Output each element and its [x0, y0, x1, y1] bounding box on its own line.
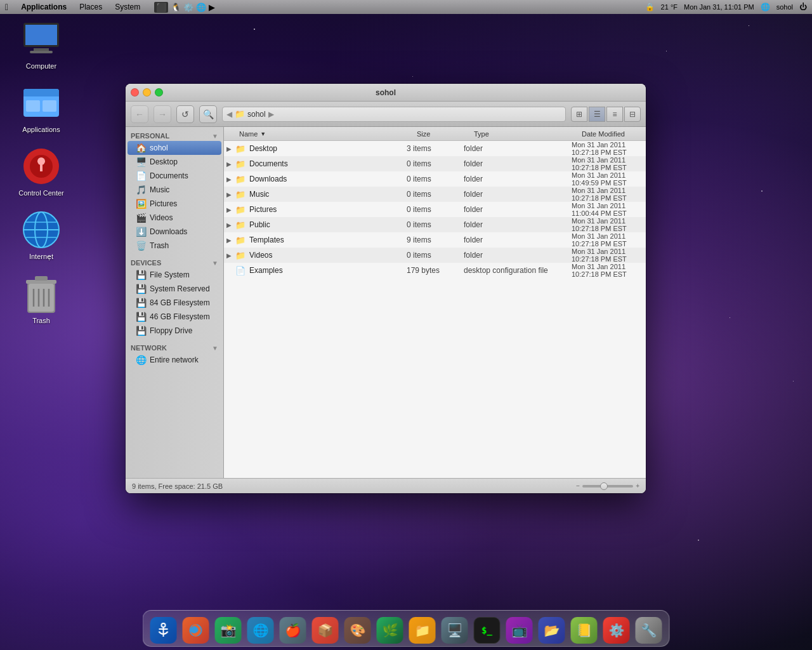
- sidebar-item-pictures[interactable]: 🖼️ Pictures: [126, 197, 223, 211]
- zoom-minus-icon[interactable]: −: [576, 482, 580, 489]
- breadcrumb-right-arrow[interactable]: ▶: [268, 110, 274, 119]
- file-date-public: Mon 31 Jan 2011 10:27:18 PM EST: [572, 217, 643, 232]
- menubar-settings-icon[interactable]: ⚙️: [183, 3, 193, 12]
- menu-places[interactable]: Places: [77, 3, 105, 11]
- file-row-public[interactable]: ▶ 📁 Public 0 items folder Mon 31 Jan 201…: [224, 217, 646, 232]
- sidebar-item-downloads[interactable]: ⬇️ Downloads: [126, 225, 223, 239]
- col-header-name[interactable]: Name ▼: [235, 130, 413, 138]
- sidebar-item-floppy[interactable]: 💾 Floppy Drive: [126, 324, 223, 338]
- window-title: sohol: [376, 88, 396, 97]
- network-collapse-button[interactable]: ▼: [212, 345, 218, 352]
- window-minimize-button[interactable]: [143, 88, 151, 96]
- expand-documents[interactable]: ▶: [226, 161, 235, 168]
- trash-label: Trash: [32, 317, 50, 324]
- sidebar-item-filesystem[interactable]: 💾 File System: [126, 268, 223, 282]
- menubar-power-icon[interactable]: ⏻: [799, 3, 807, 11]
- devices-collapse-button[interactable]: ▼: [212, 260, 218, 267]
- view-compact-button[interactable]: ≡: [606, 107, 623, 122]
- breadcrumb-bar[interactable]: ◀ 📁 sohol ▶: [222, 107, 566, 122]
- dock-item-terminal[interactable]: $_: [472, 613, 502, 644]
- desktop-icon-computer[interactable]: Computer: [13, 19, 70, 70]
- view-tree-button[interactable]: ⊟: [624, 107, 641, 122]
- window-close-button[interactable]: [131, 88, 139, 96]
- file-row-documents[interactable]: ▶ 📁 Documents 0 items folder Mon 31 Jan …: [224, 156, 646, 171]
- col-header-size[interactable]: Size: [413, 130, 470, 138]
- col-header-date[interactable]: Date Modified: [578, 130, 643, 138]
- dock-item-firefox[interactable]: [181, 613, 211, 644]
- internet-icon-img: [21, 209, 62, 250]
- menubar-user[interactable]: sohol: [776, 3, 793, 11]
- desktop-icon-internet[interactable]: Internẹt: [13, 209, 70, 261]
- zoom-slider[interactable]: − +: [576, 482, 639, 489]
- view-list-button[interactable]: ☰: [589, 107, 605, 122]
- expand-public[interactable]: ▶: [226, 222, 235, 229]
- sidebar-item-84gb[interactable]: 💾 84 GB Filesystem: [126, 296, 223, 310]
- window-maximize-button[interactable]: [155, 88, 163, 96]
- file-size-downloads: 0 items: [407, 175, 464, 183]
- file-date-examples: Mon 31 Jan 2011 10:27:18 PM EST: [572, 263, 643, 278]
- expand-pictures[interactable]: ▶: [226, 206, 235, 213]
- desktop-icon-applications[interactable]: Applications: [13, 83, 70, 133]
- desktop-icon-trash[interactable]: Trash: [13, 274, 70, 324]
- dock-item-gimp[interactable]: 🎨: [343, 613, 373, 644]
- slider-thumb[interactable]: [600, 482, 608, 490]
- reload-button[interactable]: ↺: [176, 105, 194, 123]
- sidebar-item-trash[interactable]: 🗑️ Trash: [126, 239, 223, 253]
- file-row-music[interactable]: ▶ 📁 Music 0 items folder Mon 31 Jan 2011…: [224, 187, 646, 202]
- dock-item-settings[interactable]: 🔧: [634, 613, 664, 644]
- dock-item-network-globe[interactable]: 🌐: [246, 613, 276, 644]
- dock-item-leaves[interactable]: 🌿: [375, 613, 405, 644]
- forward-button[interactable]: →: [154, 105, 171, 123]
- sidebar-item-46gb[interactable]: 💾 46 GB Filesystem: [126, 310, 223, 324]
- search-button[interactable]: 🔍: [199, 105, 217, 123]
- sidebar-item-entire-network[interactable]: 🌐 Entire network: [126, 353, 223, 367]
- expand-videos[interactable]: ▶: [226, 252, 235, 259]
- menu-system[interactable]: System: [112, 3, 143, 11]
- file-row-pictures[interactable]: ▶ 📁 Pictures 0 items folder Mon 31 Jan 2…: [224, 202, 646, 217]
- dock-item-photos[interactable]: 📸: [213, 613, 244, 644]
- dock-item-synaptic[interactable]: ⚙️: [601, 613, 632, 644]
- expand-desktop[interactable]: ▶: [226, 145, 235, 152]
- sidebar-item-videos[interactable]: 🎬 Videos: [126, 211, 223, 225]
- expand-downloads[interactable]: ▶: [226, 176, 235, 183]
- file-row-downloads[interactable]: ▶ 📁 Downloads 0 items folder Mon 31 Jan …: [224, 171, 646, 187]
- sidebar-item-sohol[interactable]: 🏠 sohol: [128, 141, 221, 155]
- content-area: Personal ▼ 🏠 sohol 🖥️ Desktop 📄 Document…: [126, 127, 646, 478]
- dock-item-monitor[interactable]: 🖥️: [440, 613, 470, 644]
- file-type-music: folder: [464, 190, 572, 199]
- sidebar-item-documents[interactable]: 📄 Documents: [126, 169, 223, 183]
- slider-track[interactable]: [582, 485, 633, 488]
- file-row-templates[interactable]: ▶ 📁 Templates 9 items folder Mon 31 Jan …: [224, 232, 646, 248]
- dock-item-vnc[interactable]: 📺: [504, 613, 535, 644]
- desktop-icon-control-center[interactable]: Control Center: [13, 146, 70, 197]
- dock-item-addressbook[interactable]: 📒: [569, 613, 599, 644]
- menubar-terminal-icon[interactable]: ⬛: [154, 2, 168, 13]
- file-row-examples[interactable]: ▶ 📄 Examples 179 bytes desktop configura…: [224, 263, 646, 278]
- dock-item-files[interactable]: 📂: [537, 613, 567, 644]
- personal-collapse-button[interactable]: ▼: [212, 133, 218, 140]
- back-button[interactable]: ←: [131, 105, 148, 123]
- sidebar-item-desktop[interactable]: 🖥️ Desktop: [126, 155, 223, 169]
- menubar-finder-icon[interactable]: 🐧: [171, 3, 181, 12]
- file-date-documents: Mon 31 Jan 2011 10:27:18 PM EST: [572, 156, 643, 171]
- col-header-type[interactable]: Type: [470, 130, 578, 138]
- file-row-desktop[interactable]: ▶ 📁 Desktop 3 items folder Mon 31 Jan 20…: [224, 141, 646, 156]
- file-icon-examples: 📄: [235, 266, 247, 275]
- view-icons-button[interactable]: ⊞: [571, 107, 587, 122]
- sidebar-item-music[interactable]: 🎵 Music: [126, 183, 223, 197]
- menubar-network-icon[interactable]: 🌐: [196, 3, 206, 12]
- expand-music[interactable]: ▶: [226, 191, 235, 198]
- dock-item-anchor[interactable]: [148, 613, 179, 644]
- dock-item-mac[interactable]: 🍎: [278, 613, 308, 644]
- vnc-dock-icon: 📺: [506, 617, 533, 644]
- file-size-templates: 9 items: [407, 235, 464, 244]
- sidebar-item-system-reserved[interactable]: 💾 System Reserved: [126, 282, 223, 296]
- menubar-extra-icon[interactable]: ▶: [209, 3, 215, 12]
- file-row-videos[interactable]: ▶ 📁 Videos 0 items folder Mon 31 Jan 201…: [224, 248, 646, 263]
- breadcrumb-left-arrow[interactable]: ◀: [226, 110, 232, 119]
- menu-applications[interactable]: Applications: [18, 3, 69, 11]
- zoom-plus-icon[interactable]: +: [636, 482, 639, 489]
- expand-templates[interactable]: ▶: [226, 237, 235, 244]
- dock-item-installer[interactable]: 📦: [310, 613, 341, 644]
- dock-item-folder[interactable]: 📁: [407, 613, 438, 644]
